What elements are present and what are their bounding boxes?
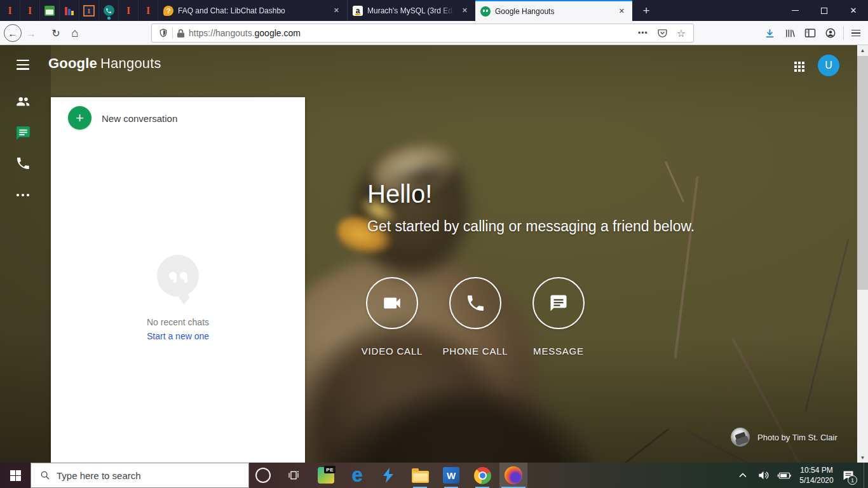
url-bar[interactable]: https://hangouts.google.com ••• ☆ bbox=[151, 24, 694, 43]
pinned-tab-libanswers[interactable] bbox=[98, 0, 118, 21]
close-tab-icon[interactable]: ✕ bbox=[331, 5, 342, 16]
forward-button[interactable]: → bbox=[24, 21, 39, 45]
taskbar-search[interactable] bbox=[31, 463, 249, 488]
brand-product: Hangouts bbox=[100, 55, 161, 71]
page-actions-icon[interactable]: ••• bbox=[638, 29, 648, 37]
tray-expand-button[interactable] bbox=[734, 463, 752, 488]
battery-button[interactable] bbox=[775, 463, 794, 488]
phone-call-button[interactable] bbox=[449, 277, 501, 329]
hamburger-icon bbox=[851, 30, 860, 37]
task-view-button[interactable] bbox=[280, 463, 308, 488]
taskbar-app-firefox-active[interactable] bbox=[499, 463, 527, 488]
cortana-button[interactable] bbox=[249, 463, 277, 488]
cortana-icon bbox=[255, 468, 271, 483]
file-explorer-icon bbox=[412, 471, 429, 483]
tracking-protection-shield-icon[interactable] bbox=[158, 28, 168, 38]
pinned-tab-libinsight[interactable] bbox=[59, 0, 79, 21]
taskbar-app-file-explorer[interactable] bbox=[406, 463, 434, 488]
conversations-rail-button[interactable] bbox=[14, 124, 32, 142]
reload-button[interactable]: ↻ bbox=[47, 21, 65, 45]
tab-google-hangouts-active[interactable]: Google Hangouts ✕ bbox=[475, 0, 632, 21]
firefox-icon bbox=[505, 466, 522, 484]
window-close-button[interactable]: ✕ bbox=[839, 0, 868, 21]
chrome-icon bbox=[474, 467, 491, 484]
download-icon bbox=[764, 28, 775, 39]
pocket-icon[interactable] bbox=[657, 28, 668, 39]
close-tab-icon[interactable]: ✕ bbox=[459, 5, 470, 16]
window-maximize-button[interactable] bbox=[810, 0, 839, 21]
new-tab-button[interactable]: + bbox=[637, 0, 656, 21]
task-view-icon bbox=[287, 470, 300, 481]
bookmark-star-icon[interactable]: ☆ bbox=[677, 27, 686, 39]
new-conversation-button[interactable]: + New conversation bbox=[51, 97, 305, 139]
back-icon: ← bbox=[8, 28, 18, 39]
empty-state-text: No recent chats bbox=[51, 317, 305, 327]
toolbar-divider bbox=[843, 26, 844, 40]
sidebar-toggle-button[interactable] bbox=[801, 21, 820, 45]
tab-title: Google Hangouts bbox=[495, 7, 613, 16]
page-scrollbar[interactable]: ▲ ▼ bbox=[857, 45, 868, 463]
scroll-up-arrow[interactable]: ▲ bbox=[857, 45, 868, 55]
message-icon bbox=[549, 294, 568, 313]
word-icon: W bbox=[443, 467, 459, 484]
taskbar-clock[interactable]: 10:54 PM 5/14/2020 bbox=[794, 465, 839, 485]
clock-date: 5/14/2020 bbox=[794, 475, 839, 485]
phone-glyph bbox=[105, 8, 112, 14]
action-center-button[interactable]: 1 bbox=[837, 463, 859, 488]
plus-icon[interactable]: + bbox=[68, 106, 92, 130]
search-input[interactable] bbox=[57, 470, 234, 481]
phone-icon bbox=[15, 156, 31, 171]
phone-favicon bbox=[104, 5, 114, 16]
tab-murach-mysql[interactable]: a Murach's MySQL (3rd Edition): ✕ bbox=[347, 0, 475, 21]
window-minimize-button[interactable] bbox=[780, 0, 810, 21]
windows-logo-icon bbox=[10, 470, 21, 481]
taskbar-app-pycharm-edu[interactable]: PE bbox=[312, 463, 340, 488]
scrollbar-thumb[interactable] bbox=[857, 56, 868, 290]
phone-rail-button[interactable] bbox=[14, 154, 32, 172]
maximize-icon bbox=[821, 8, 827, 14]
amazon-favicon: a bbox=[353, 6, 363, 16]
volume-button[interactable] bbox=[754, 463, 773, 488]
illinois-favicon: I bbox=[146, 6, 150, 16]
close-tab-icon[interactable]: ✕ bbox=[616, 6, 627, 17]
taskbar-app-chrome[interactable] bbox=[468, 463, 496, 488]
home-button[interactable]: ⌂ bbox=[66, 21, 84, 45]
menu-button[interactable] bbox=[846, 21, 865, 45]
library-button[interactable] bbox=[780, 21, 799, 45]
video-call-button[interactable] bbox=[366, 277, 418, 329]
account-button[interactable] bbox=[821, 21, 840, 45]
more-rail-button[interactable] bbox=[14, 186, 32, 204]
people-icon bbox=[15, 93, 31, 110]
windows-taskbar: PE e W 10:54 PM 5/14/2020 1 bbox=[0, 463, 868, 488]
chat-icon bbox=[15, 125, 31, 141]
taskbar-app-lightning[interactable] bbox=[374, 463, 402, 488]
hero-subtitle: Get started by calling or messaging a fr… bbox=[367, 218, 695, 235]
start-new-link[interactable]: Start a new one bbox=[51, 331, 305, 341]
photographer-avatar[interactable] bbox=[731, 428, 750, 447]
taskbar-app-edge[interactable]: e bbox=[343, 463, 371, 488]
lightning-icon bbox=[381, 467, 395, 484]
pinned-tab-illinois-3[interactable]: I bbox=[118, 0, 138, 21]
contacts-rail-button[interactable] bbox=[14, 93, 32, 111]
screen: I I I I I ? FAQ and Chat: LibChat Dashbo… bbox=[0, 0, 868, 488]
message-button[interactable] bbox=[532, 277, 585, 329]
pinned-tab-libcal[interactable] bbox=[39, 0, 59, 21]
account-avatar[interactable]: U bbox=[818, 55, 839, 76]
downloads-button[interactable] bbox=[760, 21, 779, 45]
tab-libchat[interactable]: ? FAQ and Chat: LibChat Dashbo ✕ bbox=[158, 0, 347, 21]
show-desktop-button[interactable] bbox=[864, 463, 868, 488]
hangouts-menu-button[interactable] bbox=[17, 60, 29, 70]
taskbar-app-word[interactable]: W bbox=[437, 463, 465, 488]
pinned-tab-illinois-1[interactable]: I bbox=[0, 0, 20, 21]
start-button[interactable] bbox=[0, 463, 31, 488]
pinned-tab-illinois-framed[interactable]: I bbox=[79, 0, 98, 21]
url-scheme-host: https://hangouts. bbox=[189, 28, 255, 38]
back-button[interactable]: ← bbox=[3, 21, 22, 45]
libchat-favicon: ? bbox=[163, 6, 173, 16]
pinned-tab-illinois-2[interactable]: I bbox=[20, 0, 39, 21]
scroll-down-arrow[interactable]: ▼ bbox=[857, 452, 868, 463]
pinned-tab-illinois-4[interactable]: I bbox=[138, 0, 158, 21]
account-icon bbox=[825, 27, 836, 39]
illinois-favicon: I bbox=[126, 6, 130, 16]
google-apps-grid-icon[interactable] bbox=[794, 62, 804, 72]
